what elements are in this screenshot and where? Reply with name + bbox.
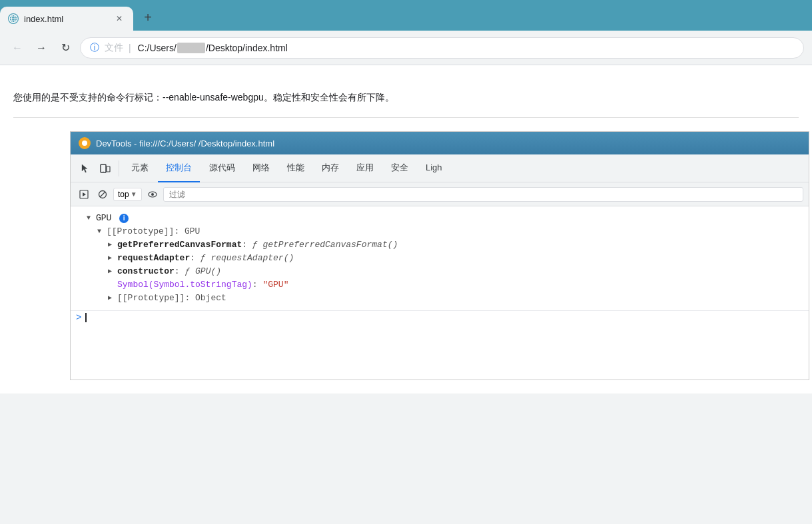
tab-lighthouse[interactable]: Ligh [418, 154, 450, 182]
devtools-window: DevTools - file:///C:/Users/ /Desktop/in… [70, 131, 809, 380]
colon-1: : [242, 239, 252, 251]
tab-title: index.html [24, 14, 108, 24]
tab-application[interactable]: 应用 [348, 154, 382, 182]
tab-sources[interactable]: 源代码 [201, 154, 243, 182]
cursor [85, 313, 87, 322]
prototype-gpu-line[interactable]: [[Prototype]]: GPU [71, 225, 809, 238]
new-tab-button[interactable]: + [136, 5, 160, 29]
device-toolbar-icon[interactable] [96, 159, 115, 178]
get-preferred-toggle[interactable] [108, 239, 117, 251]
address-text: C:/Users/xx/Desktop/index.html [135, 43, 288, 53]
devtools-favicon [79, 137, 91, 149]
constructor-toggle[interactable] [108, 266, 117, 278]
reload-button[interactable]: ↻ [56, 39, 75, 57]
devtools-favicon-dot [82, 140, 87, 146]
run-js-icon[interactable] [76, 186, 92, 202]
colon-4: : [252, 279, 263, 291]
get-preferred-key: getPreferredCanvasFormat [117, 239, 242, 251]
constructor-key: constructor [117, 266, 175, 278]
eye-icon[interactable] [145, 186, 161, 202]
devtools-tabs-toolbar: 元素 控制台 源代码 网络 性能 内存 应用 安全 [71, 154, 809, 182]
page-content: 您使用的是不受支持的命令行标记：--enable-unsafe-webgpu。稳… [0, 65, 812, 393]
clear-console-icon[interactable] [95, 186, 111, 202]
prototype-object-toggle[interactable] [108, 292, 117, 304]
svg-rect-6 [107, 166, 110, 172]
request-adapter-key: requestAdapter [117, 252, 190, 264]
devtools-titlebar: DevTools - file:///C:/Users/ /Desktop/in… [71, 132, 809, 154]
constructor-line[interactable]: constructor : ƒ GPU() [71, 265, 809, 278]
warning-banner: 您使用的是不受支持的命令行标记：--enable-unsafe-webgpu。稳… [13, 85, 799, 118]
tab-network[interactable]: 网络 [244, 154, 278, 182]
tab-console[interactable]: 控制台 [158, 154, 200, 182]
filter-input[interactable] [163, 187, 803, 202]
address-divider: 文件 [105, 42, 123, 54]
gpu-root-line[interactable]: GPU i [71, 212, 809, 225]
symbol-val: "GPU" [262, 279, 288, 291]
svg-point-7 [103, 171, 103, 172]
request-adapter-toggle[interactable] [108, 252, 117, 264]
get-preferred-val: ƒ getPreferredCanvasFormat() [252, 239, 398, 251]
prototype-gpu-label: [[Prototype]]: GPU [107, 226, 200, 238]
dropdown-arrow: ▼ [131, 190, 137, 198]
tab-memory[interactable]: 内存 [314, 154, 347, 182]
tab-security[interactable]: 安全 [383, 154, 416, 182]
console-prompt-line[interactable]: > [71, 310, 809, 324]
info-icon: ⓘ [90, 42, 99, 54]
symbol-line: Symbol(Symbol.toStringTag) : "GPU" [71, 278, 809, 292]
gpu-info-icon: i [119, 214, 129, 223]
top-context-selector[interactable]: top ▼ [113, 188, 142, 201]
tab-elements[interactable]: 元素 [123, 154, 157, 182]
svg-point-13 [151, 193, 154, 196]
gpu-toggle[interactable] [87, 212, 96, 224]
active-tab[interactable]: index.html ✕ [0, 7, 133, 31]
colon-2: : [190, 252, 201, 264]
gpu-label: GPU i [96, 212, 129, 224]
prototype-object-label: [[Prototype]]: Object [117, 292, 226, 304]
address-separator: | [129, 43, 131, 53]
address-input[interactable]: ⓘ 文件 | C:/Users/xx/Desktop/index.html [80, 37, 804, 59]
back-button[interactable]: ← [8, 39, 27, 57]
devtools-title: DevTools - file:///C:/Users/ /Desktop/in… [96, 138, 274, 148]
console-toolbar: top ▼ [71, 182, 809, 206]
console-output: GPU i [[Prototype]]: GPU getPreferredCan… [71, 206, 809, 380]
tab-bar: index.html ✕ + [0, 0, 812, 31]
svg-line-11 [100, 192, 105, 197]
address-bar-row: ← → ↻ ⓘ 文件 | C:/Users/xx/Desktop/index.h… [0, 31, 812, 65]
request-adapter-val: ƒ requestAdapter() [201, 252, 294, 264]
toolbar-divider-1 [119, 160, 119, 176]
tab-favicon [8, 13, 19, 24]
symbol-key: Symbol(Symbol.toStringTag) [117, 279, 252, 291]
tab-performance[interactable]: 性能 [279, 154, 312, 182]
prototype-gpu-toggle[interactable] [97, 226, 107, 238]
prompt-symbol: > [76, 312, 81, 323]
tab-close-button[interactable]: ✕ [113, 13, 125, 25]
colon-3: : [175, 266, 185, 278]
request-adapter-line[interactable]: requestAdapter : ƒ requestAdapter() [71, 252, 809, 265]
forward-button[interactable]: → [32, 39, 51, 57]
constructor-val: ƒ GPU() [185, 266, 221, 278]
svg-marker-9 [83, 192, 86, 196]
inspect-element-icon[interactable] [76, 159, 95, 178]
get-preferred-line[interactable]: getPreferredCanvasFormat : ƒ getPreferre… [71, 238, 809, 252]
prototype-object-line[interactable]: [[Prototype]]: Object [71, 292, 809, 305]
svg-rect-5 [101, 164, 106, 172]
